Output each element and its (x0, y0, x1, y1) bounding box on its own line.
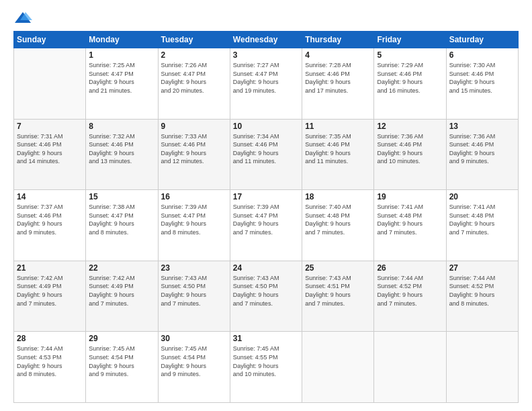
logo-icon (13, 11, 32, 26)
calendar-week-row: 7Sunrise: 7:31 AMSunset: 4:46 PMDaylight… (14, 119, 519, 190)
calendar-cell: 4Sunrise: 7:28 AMSunset: 4:46 PMDaylight… (302, 48, 374, 120)
day-info: Sunrise: 7:44 AMSunset: 4:53 PMDaylight:… (17, 345, 83, 378)
day-number: 23 (161, 263, 227, 273)
calendar-cell: 20Sunrise: 7:41 AMSunset: 4:48 PMDayligh… (446, 190, 518, 261)
day-info: Sunrise: 7:38 AMSunset: 4:47 PMDaylight:… (89, 203, 154, 236)
day-number: 7 (17, 122, 83, 131)
day-number: 11 (305, 122, 371, 131)
day-number: 1 (89, 50, 154, 60)
day-info: Sunrise: 7:39 AMSunset: 4:47 PMDaylight:… (161, 203, 227, 236)
day-number: 4 (305, 50, 371, 60)
calendar-header-saturday: Saturday (446, 32, 518, 48)
calendar-cell (302, 332, 374, 403)
day-info: Sunrise: 7:31 AMSunset: 4:46 PMDaylight:… (17, 132, 83, 166)
calendar-cell: 30Sunrise: 7:45 AMSunset: 4:54 PMDayligh… (158, 332, 230, 403)
day-number: 10 (233, 122, 299, 131)
calendar-cell: 15Sunrise: 7:38 AMSunset: 4:47 PMDayligh… (86, 190, 158, 261)
calendar-cell: 5Sunrise: 7:29 AMSunset: 4:46 PMDaylight… (374, 48, 446, 120)
day-number: 19 (377, 192, 443, 201)
day-info: Sunrise: 7:43 AMSunset: 4:50 PMDaylight:… (161, 274, 227, 308)
calendar-header-thursday: Thursday (302, 32, 374, 48)
calendar-cell: 23Sunrise: 7:43 AMSunset: 4:50 PMDayligh… (158, 261, 230, 332)
day-info: Sunrise: 7:45 AMSunset: 4:54 PMDaylight:… (161, 345, 227, 378)
day-info: Sunrise: 7:42 AMSunset: 4:49 PMDaylight:… (17, 274, 83, 308)
day-info: Sunrise: 7:30 AMSunset: 4:46 PMDaylight:… (449, 61, 515, 95)
calendar-cell: 24Sunrise: 7:43 AMSunset: 4:50 PMDayligh… (230, 261, 302, 332)
page: SundayMondayTuesdayWednesdayThursdayFrid… (0, 0, 532, 411)
day-number: 25 (305, 263, 371, 273)
day-info: Sunrise: 7:40 AMSunset: 4:48 PMDaylight:… (305, 203, 371, 236)
day-info: Sunrise: 7:25 AMSunset: 4:47 PMDaylight:… (89, 61, 154, 95)
day-info: Sunrise: 7:42 AMSunset: 4:49 PMDaylight:… (89, 274, 154, 308)
day-info: Sunrise: 7:44 AMSunset: 4:52 PMDaylight:… (449, 274, 515, 308)
calendar-cell: 8Sunrise: 7:32 AMSunset: 4:46 PMDaylight… (86, 119, 158, 190)
calendar-cell: 3Sunrise: 7:27 AMSunset: 4:47 PMDaylight… (230, 48, 302, 120)
calendar-cell: 28Sunrise: 7:44 AMSunset: 4:53 PMDayligh… (14, 332, 86, 403)
day-number: 12 (377, 122, 443, 131)
day-number: 24 (233, 263, 299, 273)
calendar-cell: 6Sunrise: 7:30 AMSunset: 4:46 PMDaylight… (446, 48, 518, 120)
calendar-header-wednesday: Wednesday (230, 32, 302, 48)
day-info: Sunrise: 7:45 AMSunset: 4:55 PMDaylight:… (233, 345, 299, 378)
calendar-cell: 2Sunrise: 7:26 AMSunset: 4:47 PMDaylight… (158, 48, 230, 120)
day-number: 31 (233, 334, 299, 343)
calendar-header-sunday: Sunday (14, 32, 86, 48)
day-info: Sunrise: 7:41 AMSunset: 4:48 PMDaylight:… (377, 203, 443, 236)
header (13, 11, 519, 26)
calendar-cell: 17Sunrise: 7:39 AMSunset: 4:47 PMDayligh… (230, 190, 302, 261)
day-info: Sunrise: 7:27 AMSunset: 4:47 PMDaylight:… (233, 61, 299, 95)
calendar-week-row: 1Sunrise: 7:25 AMSunset: 4:47 PMDaylight… (14, 48, 519, 120)
day-info: Sunrise: 7:43 AMSunset: 4:51 PMDaylight:… (305, 274, 371, 308)
calendar-cell: 31Sunrise: 7:45 AMSunset: 4:55 PMDayligh… (230, 332, 302, 403)
day-info: Sunrise: 7:36 AMSunset: 4:46 PMDaylight:… (377, 132, 443, 166)
day-info: Sunrise: 7:34 AMSunset: 4:46 PMDaylight:… (233, 132, 299, 166)
day-number: 28 (17, 334, 83, 343)
day-number: 27 (449, 263, 515, 273)
day-number: 13 (449, 122, 515, 131)
day-info: Sunrise: 7:35 AMSunset: 4:46 PMDaylight:… (305, 132, 371, 166)
day-info: Sunrise: 7:41 AMSunset: 4:48 PMDaylight:… (449, 203, 515, 236)
day-info: Sunrise: 7:39 AMSunset: 4:47 PMDaylight:… (233, 203, 299, 236)
day-info: Sunrise: 7:29 AMSunset: 4:46 PMDaylight:… (377, 61, 443, 95)
calendar-cell: 18Sunrise: 7:40 AMSunset: 4:48 PMDayligh… (302, 190, 374, 261)
calendar-cell: 10Sunrise: 7:34 AMSunset: 4:46 PMDayligh… (230, 119, 302, 190)
day-number: 8 (89, 122, 154, 131)
calendar-week-row: 28Sunrise: 7:44 AMSunset: 4:53 PMDayligh… (14, 332, 519, 403)
day-number: 16 (161, 192, 227, 201)
day-number: 22 (89, 263, 154, 273)
calendar-header-friday: Friday (374, 32, 446, 48)
calendar-week-row: 21Sunrise: 7:42 AMSunset: 4:49 PMDayligh… (14, 261, 519, 332)
calendar-cell (374, 332, 446, 403)
day-number: 6 (449, 50, 515, 60)
day-number: 9 (161, 122, 227, 131)
day-number: 3 (233, 50, 299, 60)
day-info: Sunrise: 7:28 AMSunset: 4:46 PMDaylight:… (305, 61, 371, 95)
calendar-cell: 13Sunrise: 7:36 AMSunset: 4:46 PMDayligh… (446, 119, 518, 190)
day-info: Sunrise: 7:32 AMSunset: 4:46 PMDaylight:… (89, 132, 154, 166)
calendar-cell (446, 332, 518, 403)
calendar-cell: 22Sunrise: 7:42 AMSunset: 4:49 PMDayligh… (86, 261, 158, 332)
calendar-cell: 16Sunrise: 7:39 AMSunset: 4:47 PMDayligh… (158, 190, 230, 261)
day-number: 17 (233, 192, 299, 201)
calendar-cell: 26Sunrise: 7:44 AMSunset: 4:52 PMDayligh… (374, 261, 446, 332)
calendar-cell: 7Sunrise: 7:31 AMSunset: 4:46 PMDaylight… (14, 119, 86, 190)
logo (13, 11, 35, 26)
day-number: 18 (305, 192, 371, 201)
calendar-cell: 21Sunrise: 7:42 AMSunset: 4:49 PMDayligh… (14, 261, 86, 332)
day-info: Sunrise: 7:44 AMSunset: 4:52 PMDaylight:… (377, 274, 443, 308)
calendar-cell: 19Sunrise: 7:41 AMSunset: 4:48 PMDayligh… (374, 190, 446, 261)
calendar-cell: 29Sunrise: 7:45 AMSunset: 4:54 PMDayligh… (86, 332, 158, 403)
day-number: 14 (17, 192, 83, 201)
calendar-week-row: 14Sunrise: 7:37 AMSunset: 4:46 PMDayligh… (14, 190, 519, 261)
calendar-header-tuesday: Tuesday (158, 32, 230, 48)
calendar-header-row: SundayMondayTuesdayWednesdayThursdayFrid… (14, 32, 519, 48)
day-number: 15 (89, 192, 154, 201)
day-number: 2 (161, 50, 227, 60)
day-info: Sunrise: 7:36 AMSunset: 4:46 PMDaylight:… (449, 132, 515, 166)
day-info: Sunrise: 7:26 AMSunset: 4:47 PMDaylight:… (161, 61, 227, 95)
calendar-cell: 12Sunrise: 7:36 AMSunset: 4:46 PMDayligh… (374, 119, 446, 190)
day-info: Sunrise: 7:45 AMSunset: 4:54 PMDaylight:… (89, 345, 154, 378)
calendar-cell: 27Sunrise: 7:44 AMSunset: 4:52 PMDayligh… (446, 261, 518, 332)
calendar-cell: 1Sunrise: 7:25 AMSunset: 4:47 PMDaylight… (86, 48, 158, 120)
calendar-cell: 25Sunrise: 7:43 AMSunset: 4:51 PMDayligh… (302, 261, 374, 332)
